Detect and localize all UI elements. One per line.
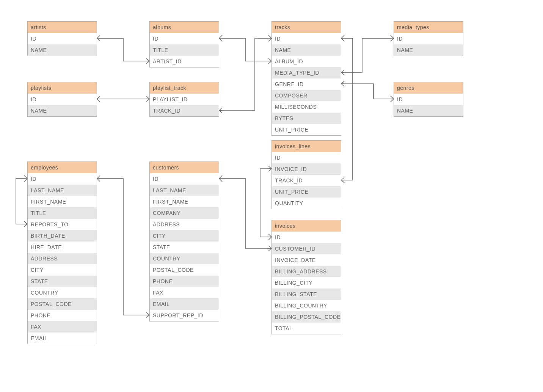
field-invoices_lines-quantity: QUANTITY [272, 198, 341, 209]
rel-employees-self-crow [24, 221, 27, 227]
rel-il-tracks-arrow [341, 35, 344, 41]
field-playlists-name: NAME [28, 105, 97, 116]
field-tracks-unit_price: UNIT_PRICE [272, 124, 341, 135]
rel-customers-employees-arrow [97, 176, 100, 182]
table-header: albums [150, 22, 219, 33]
table-playlist_track: playlist_trackPLAYLIST_IDTRACK_ID [149, 82, 219, 117]
field-invoices-customer_id: CUSTOMER_ID [272, 243, 341, 254]
table-genres: genresIDNAME [394, 82, 463, 117]
table-customers: customersIDLAST_NAMEFIRST_NAMECOMPANYADD… [149, 162, 219, 321]
field-playlist_track-playlist_id: PLAYLIST_ID [150, 94, 219, 105]
field-invoices-billing_country: BILLING_COUNTRY [272, 300, 341, 311]
rel-albums-artists-crow [146, 58, 149, 64]
rel-pt-tracks-arrow [268, 35, 272, 41]
field-employees-email: EMAIL [28, 332, 97, 344]
field-employees-id: ID [28, 173, 97, 185]
rel-tracks-mediatypes-arrow [391, 35, 394, 41]
rel-albums-artists-arrow [97, 35, 100, 41]
field-employees-fax: FAX [28, 321, 97, 332]
rel-invoices-customers-arrow [219, 176, 222, 182]
field-tracks-milliseconds: MILLISECONDS [272, 101, 341, 113]
rel-pt-tracks-crow [219, 108, 222, 113]
rel-customers-employees-crow [146, 312, 149, 318]
field-customers-address: ADDRESS [150, 219, 219, 230]
rel-il-invoices-crow [268, 166, 272, 171]
table-invoices_lines: invoices_linesIDINVOICE_IDTRACK_IDUNIT_P… [272, 140, 341, 209]
field-customers-phone: PHONE [150, 276, 219, 287]
rel-tracks-albums [219, 38, 272, 61]
field-customers-last_name: LAST_NAME [150, 185, 219, 196]
field-albums-title: TITLE [150, 44, 219, 56]
rel-il-tracks [341, 38, 353, 180]
table-artists: artistsIDNAME [27, 21, 97, 56]
table-media_types: media_typesIDNAME [394, 21, 463, 56]
rel-tracks-genres-crow [341, 81, 344, 86]
rel-invoices-customers-crow [268, 246, 272, 251]
table-header: tracks [272, 22, 341, 33]
field-customers-city: CITY [150, 230, 219, 241]
field-customers-first_name: FIRST_NAME [150, 196, 219, 207]
field-customers-support_rep_id: SUPPORT_REP_ID [150, 310, 219, 321]
field-invoices-id: ID [272, 232, 341, 243]
field-invoices_lines-id: ID [272, 152, 341, 163]
field-employees-last_name: LAST_NAME [28, 185, 97, 196]
table-header: artists [28, 22, 97, 33]
field-tracks-genre_id: GENRE_ID [272, 78, 341, 90]
table-header: genres [394, 82, 463, 94]
rel-il-invoices [260, 169, 272, 237]
table-albums: albumsIDTITLEARTIST_ID [149, 21, 219, 67]
field-invoices-invoice_date: INVOICE_DATE [272, 254, 341, 266]
field-employees-address: ADDRESS [28, 253, 97, 264]
field-media_types-id: ID [394, 33, 463, 44]
rel-invoices-customers [219, 179, 272, 248]
field-invoices-billing_city: BILLING_CITY [272, 277, 341, 289]
field-albums-artist_id: ARTIST_ID [150, 56, 219, 67]
field-invoices_lines-invoice_id: INVOICE_ID [272, 163, 341, 175]
rel-tracks-genres [341, 84, 394, 99]
field-employees-reports_to: REPORTS_TO [28, 219, 97, 230]
field-tracks-media_type_id: MEDIA_TYPE_ID [272, 67, 341, 78]
field-tracks-album_id: ALBUM_ID [272, 56, 341, 67]
field-invoices_lines-unit_price: UNIT_PRICE [272, 186, 341, 198]
table-header: playlist_track [150, 82, 219, 94]
table-employees: employeesIDLAST_NAMEFIRST_NAMETITLEREPOR… [27, 162, 97, 344]
rel-pt-tracks [219, 38, 272, 110]
field-employees-postal_code: POSTAL_CODE [28, 298, 97, 310]
table-header: media_types [394, 22, 463, 33]
field-media_types-name: NAME [394, 44, 463, 56]
field-tracks-id: ID [272, 33, 341, 44]
field-invoices-billing_state: BILLING_STATE [272, 289, 341, 300]
field-artists-name: NAME [28, 44, 97, 56]
field-invoices-billing_postal_code: BILLING_POSTAL_CODE [272, 311, 341, 323]
field-customers-state: STATE [150, 241, 219, 253]
rel-employees-self [16, 179, 27, 224]
rel-albums-artists [97, 38, 149, 61]
table-header: customers [150, 162, 219, 173]
table-header: invoices [272, 220, 341, 232]
rel-il-invoices-arrow [268, 234, 272, 240]
field-employees-state: STATE [28, 276, 97, 287]
field-playlists-id: ID [28, 94, 97, 105]
field-employees-hire_date: HIRE_DATE [28, 241, 97, 253]
rel-employees-self-arrow [24, 176, 27, 182]
field-customers-id: ID [150, 173, 219, 185]
table-invoices: invoicesIDCUSTOMER_IDINVOICE_DATEBILLING… [272, 220, 341, 334]
table-playlists: playlistsIDNAME [27, 82, 97, 117]
rel-il-tracks-crow [341, 177, 344, 183]
field-customers-country: COUNTRY [150, 253, 219, 264]
field-playlist_track-track_id: TRACK_ID [150, 105, 219, 116]
field-employees-phone: PHONE [28, 310, 97, 321]
field-tracks-bytes: BYTES [272, 113, 341, 124]
rel-tracks-albums-crow [268, 58, 272, 64]
rel-pt-playlists-arrow [97, 96, 100, 102]
field-genres-name: NAME [394, 105, 463, 116]
field-employees-city: CITY [28, 264, 97, 276]
field-employees-birth_date: BIRTH_DATE [28, 230, 97, 241]
field-genres-id: ID [394, 94, 463, 105]
field-customers-email: EMAIL [150, 298, 219, 310]
table-header: employees [28, 162, 97, 173]
field-employees-first_name: FIRST_NAME [28, 196, 97, 207]
rel-customers-employees [97, 179, 149, 315]
field-customers-postal_code: POSTAL_CODE [150, 264, 219, 276]
table-header: playlists [28, 82, 97, 94]
